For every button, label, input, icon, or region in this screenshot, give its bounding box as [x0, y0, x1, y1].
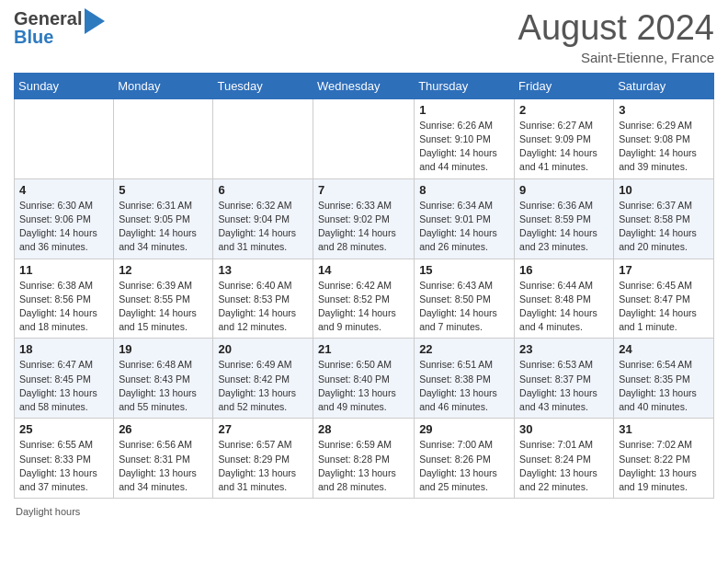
logo-triangle-icon	[85, 8, 105, 38]
calendar-cell: 7Sunrise: 6:33 AMSunset: 9:02 PMDaylight…	[313, 178, 415, 259]
day-info: Sunrise: 6:45 AMSunset: 8:47 PMDaylight:…	[619, 279, 709, 335]
day-info: Sunrise: 6:33 AMSunset: 9:02 PMDaylight:…	[318, 199, 409, 255]
day-number: 11	[19, 263, 108, 277]
calendar-cell: 1Sunrise: 6:26 AMSunset: 9:10 PMDaylight…	[415, 98, 515, 178]
day-info: Sunrise: 6:57 AMSunset: 8:29 PMDaylight:…	[218, 438, 308, 494]
day-info: Sunrise: 6:47 AMSunset: 8:45 PMDaylight:…	[19, 358, 108, 414]
day-number: 6	[218, 183, 308, 197]
calendar-cell: 2Sunrise: 6:27 AMSunset: 9:09 PMDaylight…	[515, 98, 614, 178]
day-number: 23	[519, 342, 609, 356]
calendar-week-row: 4Sunrise: 6:30 AMSunset: 9:06 PMDaylight…	[15, 178, 714, 259]
day-number: 16	[519, 263, 609, 277]
calendar-cell: 16Sunrise: 6:44 AMSunset: 8:48 PMDayligh…	[515, 259, 614, 339]
calendar-cell	[114, 98, 213, 178]
day-info: Sunrise: 6:48 AMSunset: 8:43 PMDaylight:…	[119, 358, 208, 414]
day-number: 19	[119, 342, 208, 356]
calendar-cell: 5Sunrise: 6:31 AMSunset: 9:05 PMDaylight…	[114, 178, 213, 259]
day-info: Sunrise: 6:56 AMSunset: 8:31 PMDaylight:…	[119, 438, 208, 494]
title-block: August 2024 Saint-Etienne, France	[518, 9, 714, 65]
day-info: Sunrise: 6:39 AMSunset: 8:55 PMDaylight:…	[119, 279, 208, 335]
day-info: Sunrise: 6:26 AMSunset: 9:10 PMDaylight:…	[419, 119, 509, 175]
logo-word: General Blue	[14, 9, 82, 46]
calendar-cell: 31Sunrise: 7:02 AMSunset: 8:22 PMDayligh…	[614, 419, 714, 499]
day-number: 25	[19, 422, 108, 436]
weekday-header: Wednesday	[313, 73, 415, 98]
day-number: 4	[19, 183, 108, 197]
calendar-cell: 23Sunrise: 6:53 AMSunset: 8:37 PMDayligh…	[515, 339, 614, 419]
day-info: Sunrise: 6:49 AMSunset: 8:42 PMDaylight:…	[218, 358, 308, 414]
calendar-cell	[313, 98, 415, 178]
day-info: Sunrise: 6:37 AMSunset: 8:58 PMDaylight:…	[619, 199, 709, 255]
day-info: Sunrise: 6:29 AMSunset: 9:08 PMDaylight:…	[619, 119, 709, 175]
calendar-cell: 6Sunrise: 6:32 AMSunset: 9:04 PMDaylight…	[213, 178, 313, 259]
day-info: Sunrise: 6:55 AMSunset: 8:33 PMDaylight:…	[19, 438, 108, 494]
day-number: 12	[119, 263, 208, 277]
day-number: 17	[619, 263, 709, 277]
day-number: 28	[318, 422, 409, 436]
weekday-header: Friday	[515, 73, 614, 98]
calendar-header: SundayMondayTuesdayWednesdayThursdayFrid…	[15, 73, 714, 98]
weekday-header: Sunday	[15, 73, 114, 98]
calendar-week-row: 1Sunrise: 6:26 AMSunset: 9:10 PMDaylight…	[15, 98, 714, 178]
footer: Daylight hours	[14, 506, 714, 517]
logo-line2: Blue	[14, 28, 53, 46]
day-info: Sunrise: 6:53 AMSunset: 8:37 PMDaylight:…	[519, 358, 609, 414]
weekday-header: Tuesday	[213, 73, 313, 98]
logo: General Blue	[14, 9, 105, 46]
day-number: 31	[619, 422, 709, 436]
page: General Blue August 2024 Saint-Etienne, …	[0, 0, 728, 531]
calendar-week-row: 18Sunrise: 6:47 AMSunset: 8:45 PMDayligh…	[15, 339, 714, 419]
weekday-header-row: SundayMondayTuesdayWednesdayThursdayFrid…	[15, 73, 714, 98]
day-number: 1	[419, 103, 509, 117]
day-info: Sunrise: 7:01 AMSunset: 8:24 PMDaylight:…	[519, 438, 609, 494]
weekday-header: Monday	[114, 73, 213, 98]
day-number: 2	[519, 103, 609, 117]
day-number: 5	[119, 183, 208, 197]
calendar-cell: 18Sunrise: 6:47 AMSunset: 8:45 PMDayligh…	[15, 339, 114, 419]
calendar-cell: 10Sunrise: 6:37 AMSunset: 8:58 PMDayligh…	[614, 178, 714, 259]
calendar-cell: 19Sunrise: 6:48 AMSunset: 8:43 PMDayligh…	[114, 339, 213, 419]
day-number: 27	[218, 422, 308, 436]
calendar-cell: 22Sunrise: 6:51 AMSunset: 8:38 PMDayligh…	[415, 339, 515, 419]
logo-line1: General	[14, 9, 82, 28]
calendar-cell	[15, 98, 114, 178]
calendar-table: SundayMondayTuesdayWednesdayThursdayFrid…	[14, 73, 714, 499]
day-number: 14	[318, 263, 409, 277]
day-number: 8	[419, 183, 509, 197]
day-number: 15	[419, 263, 509, 277]
calendar-cell: 29Sunrise: 7:00 AMSunset: 8:26 PMDayligh…	[415, 419, 515, 499]
day-number: 3	[619, 103, 709, 117]
calendar-cell: 15Sunrise: 6:43 AMSunset: 8:50 PMDayligh…	[415, 259, 515, 339]
day-number: 30	[519, 422, 609, 436]
day-info: Sunrise: 6:30 AMSunset: 9:06 PMDaylight:…	[19, 199, 108, 255]
weekday-header: Thursday	[415, 73, 515, 98]
calendar-cell: 14Sunrise: 6:42 AMSunset: 8:52 PMDayligh…	[313, 259, 415, 339]
calendar-cell: 21Sunrise: 6:50 AMSunset: 8:40 PMDayligh…	[313, 339, 415, 419]
weekday-header: Saturday	[614, 73, 714, 98]
footer-text: Daylight hours	[16, 506, 80, 517]
day-number: 29	[419, 422, 509, 436]
calendar-cell: 24Sunrise: 6:54 AMSunset: 8:35 PMDayligh…	[614, 339, 714, 419]
calendar-cell: 13Sunrise: 6:40 AMSunset: 8:53 PMDayligh…	[213, 259, 313, 339]
day-info: Sunrise: 6:59 AMSunset: 8:28 PMDaylight:…	[318, 438, 409, 494]
calendar-cell: 20Sunrise: 6:49 AMSunset: 8:42 PMDayligh…	[213, 339, 313, 419]
calendar-week-row: 11Sunrise: 6:38 AMSunset: 8:56 PMDayligh…	[15, 259, 714, 339]
day-number: 21	[318, 342, 409, 356]
calendar-cell: 11Sunrise: 6:38 AMSunset: 8:56 PMDayligh…	[15, 259, 114, 339]
day-number: 18	[19, 342, 108, 356]
day-info: Sunrise: 6:34 AMSunset: 9:01 PMDaylight:…	[419, 199, 509, 255]
location: Saint-Etienne, France	[518, 50, 714, 65]
day-number: 7	[318, 183, 409, 197]
day-number: 24	[619, 342, 709, 356]
day-info: Sunrise: 6:31 AMSunset: 9:05 PMDaylight:…	[119, 199, 208, 255]
day-info: Sunrise: 6:32 AMSunset: 9:04 PMDaylight:…	[218, 199, 308, 255]
month-title: August 2024	[518, 9, 714, 48]
calendar-body: 1Sunrise: 6:26 AMSunset: 9:10 PMDaylight…	[15, 98, 714, 498]
day-number: 13	[218, 263, 308, 277]
day-info: Sunrise: 6:27 AMSunset: 9:09 PMDaylight:…	[519, 119, 609, 175]
svg-marker-0	[85, 8, 105, 34]
day-info: Sunrise: 6:40 AMSunset: 8:53 PMDaylight:…	[218, 279, 308, 335]
day-info: Sunrise: 6:44 AMSunset: 8:48 PMDaylight:…	[519, 279, 609, 335]
day-number: 22	[419, 342, 509, 356]
day-info: Sunrise: 6:38 AMSunset: 8:56 PMDaylight:…	[19, 279, 108, 335]
